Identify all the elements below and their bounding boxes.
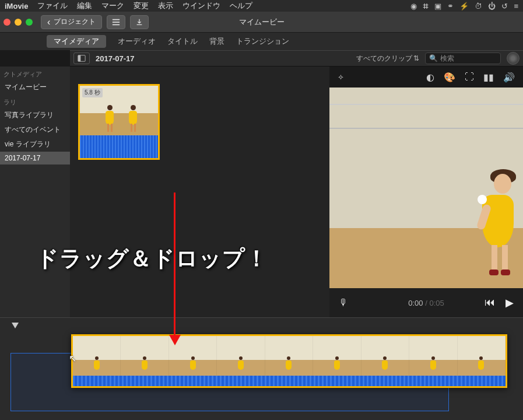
status-icon[interactable]: ⵌ [423, 2, 429, 10]
menu-help[interactable]: ヘルプ [230, 1, 252, 11]
playback-controls-row: 🎙 0:00 / 0:05 ⏮ ▶ [329, 288, 523, 317]
menu-file[interactable]: ファイル [37, 1, 68, 11]
menu-edit[interactable]: 編集 [77, 1, 92, 11]
search-placeholder: 検索 [440, 54, 454, 64]
timeline-clip-waveform [73, 376, 506, 386]
svg-rect-0 [113, 19, 120, 20]
frame-dancer-icon [333, 356, 341, 373]
sidebar-head-library: ラリ [0, 94, 70, 108]
svg-rect-2 [113, 24, 120, 25]
video-viewer[interactable] [329, 88, 523, 288]
clip-thumbnail[interactable]: 5.8 秒 [78, 84, 160, 160]
library-list-button[interactable] [107, 15, 125, 29]
timeline-clip[interactable]: 5.8 秒 [71, 334, 507, 388]
macos-menubar: iMovie ファイル 編集 マーク 変更 表示 ウインドウ ヘルプ ◉ ⵌ ▣… [0, 0, 523, 12]
frame-dancer-icon [237, 356, 245, 373]
sidebar-item-my-movie[interactable]: マイムービー [0, 80, 70, 94]
sidebar-item-imovie-lib[interactable]: vie ライブラリ [0, 137, 70, 152]
tab-audio[interactable]: オーディオ [118, 36, 156, 47]
menubar-app-name[interactable]: iMovie [5, 2, 28, 10]
toggle-sidebar-button[interactable] [73, 52, 90, 64]
dancer-icon [125, 104, 141, 133]
menu-modify[interactable]: 変更 [134, 1, 149, 11]
search-icon: 🔍 [429, 54, 438, 62]
color-balance-icon[interactable]: ◐ [426, 72, 434, 83]
download-icon [135, 18, 143, 26]
close-icon[interactable] [3, 19, 10, 26]
play-button[interactable]: ▶ [506, 296, 514, 309]
window-traffic-lights [3, 19, 33, 26]
clip-audio-waveform [80, 135, 158, 160]
color-correction-icon[interactable]: 🎨 [444, 72, 455, 83]
frame-dancer-icon [285, 356, 293, 373]
svg-rect-1 [113, 22, 120, 23]
media-tabs: マイメディア オーディオ タイトル 背景 トランジション [0, 33, 523, 50]
window-title: マイムービー [239, 17, 285, 27]
playhead-marker[interactable] [12, 323, 19, 328]
event-date[interactable]: 2017-07-17 [96, 54, 135, 63]
mouse-cursor-icon: ↖ [69, 353, 76, 364]
volume-icon[interactable]: 🔊 [503, 72, 515, 83]
status-icon[interactable]: ≡ [514, 2, 518, 10]
dancer-icon [102, 104, 117, 133]
svg-rect-4 [78, 55, 80, 62]
browser-filter-bar: 2017-07-17 すべてのクリップ ⇅ 🔍 検索 [70, 50, 523, 66]
status-icon[interactable]: ⏱ [475, 2, 482, 10]
status-icon[interactable]: ⚡ [459, 2, 469, 10]
sidebar-icon [78, 54, 86, 62]
frame-dancer-icon [381, 356, 389, 373]
library-sidebar: クトメディア マイムービー ラリ 写真ライブラリ すべてのイベント vie ライ… [0, 66, 70, 317]
clip-filter-dropdown[interactable]: すべてのクリップ ⇅ [356, 54, 419, 64]
menubar-status-icons: ◉ ⵌ ▣ ⚭ ⚡ ⏱ ⏻ ↺ ≡ [410, 2, 518, 10]
annotation-arrow-head [169, 335, 181, 345]
tab-my-media[interactable]: マイメディア [47, 35, 106, 48]
media-browser: 5.8 秒 [70, 66, 329, 317]
status-icon[interactable]: ⏻ [488, 2, 496, 10]
frame-dancer-icon [93, 356, 101, 373]
dancer-preview-icon [479, 156, 520, 279]
timeline[interactable]: 5.8 秒 ↖ [0, 317, 523, 420]
search-input[interactable]: 🔍 検索 [425, 52, 501, 64]
import-button[interactable] [130, 15, 149, 29]
list-icon [112, 18, 120, 26]
frame-dancer-icon [477, 356, 485, 373]
tab-transitions[interactable]: トランジション [236, 36, 289, 47]
clip-video-preview: 5.8 秒 [80, 86, 158, 135]
chevron-updown-icon: ⇅ [413, 54, 419, 62]
enhance-icon[interactable]: ✧ [338, 73, 344, 82]
back-button-label: プロジェクト [54, 17, 96, 27]
minimize-icon[interactable] [15, 19, 22, 26]
annotation-text: ドラッグ＆ドロップ！ [36, 244, 268, 274]
sidebar-item-all-events[interactable]: すべてのイベント [0, 123, 70, 137]
playback-time: 0:00 / 0:05 [408, 299, 444, 307]
frame-dancer-icon [141, 356, 149, 373]
clip-duration-badge: 5.8 秒 [82, 88, 103, 97]
sidebar-item-event-date[interactable]: 2017-07-17 [0, 152, 70, 164]
sidebar-item-photos[interactable]: 写真ライブラリ [0, 108, 70, 123]
prev-frame-button[interactable]: ⏮ [485, 296, 495, 309]
time-total: 0:05 [429, 299, 444, 307]
crop-icon[interactable]: ⛶ [465, 72, 474, 83]
back-to-projects-button[interactable]: プロジェクト [41, 15, 102, 29]
dropdown-label: すべてのクリップ [356, 54, 412, 64]
frame-dancer-icon [189, 356, 197, 373]
menu-mark[interactable]: マーク [101, 1, 124, 11]
status-icon[interactable]: ⚭ [447, 2, 454, 10]
tab-backgrounds[interactable]: 背景 [209, 36, 224, 47]
tab-titles[interactable]: タイトル [167, 36, 198, 47]
preview-pane: ✧ ◐ 🎨 ⛶ ▮▮ 🔊 🎙 0:00 / [329, 66, 523, 317]
status-icon[interactable]: ▣ [434, 2, 441, 10]
timeline-clip-frames [73, 336, 506, 376]
app-toolbar: プロジェクト マイムービー [0, 12, 523, 33]
menu-window[interactable]: ウインドウ [182, 1, 220, 11]
status-icon[interactable]: ◉ [410, 2, 417, 10]
menu-view[interactable]: 表示 [158, 1, 173, 11]
settings-gear-button[interactable] [507, 52, 520, 65]
zoom-icon[interactable] [26, 19, 33, 26]
status-icon[interactable]: ↺ [501, 2, 508, 10]
frame-dancer-icon [429, 356, 437, 373]
voiceover-mic-button[interactable]: 🎙 [339, 298, 348, 308]
stabilization-icon[interactable]: ▮▮ [483, 72, 494, 83]
time-current: 0:00 [408, 299, 423, 307]
sidebar-head-project-media: クトメディア [0, 66, 70, 80]
